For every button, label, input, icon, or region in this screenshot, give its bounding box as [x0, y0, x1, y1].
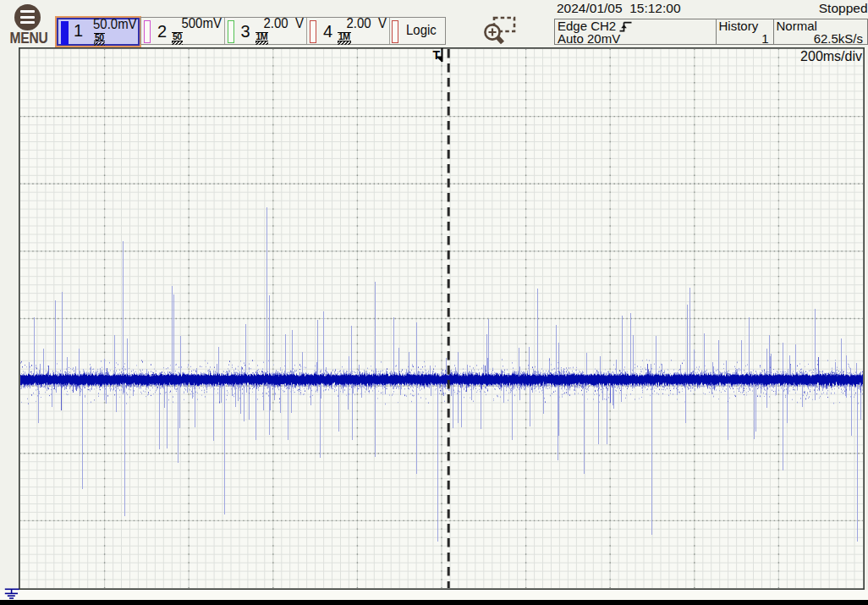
svg-text:T: T — [432, 48, 440, 62]
